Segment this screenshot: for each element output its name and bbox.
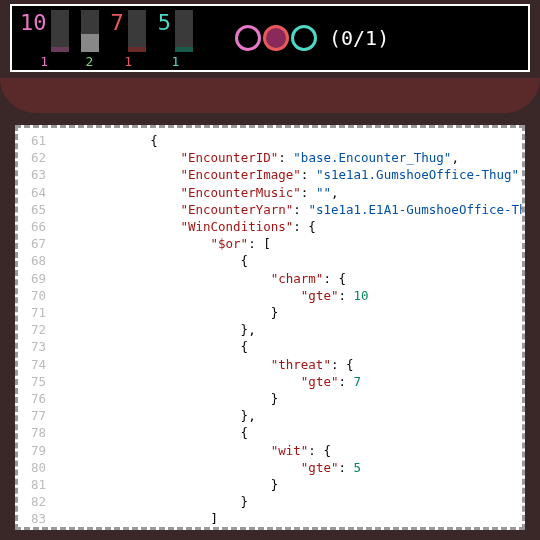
line-number: 64 (18, 184, 60, 201)
stat-bar (175, 10, 193, 52)
line-number: 70 (18, 287, 60, 304)
stat-3: 51 (158, 8, 193, 69)
code-line: 68 { (18, 252, 522, 269)
token-group: (0/1) (235, 25, 389, 51)
code-line: 79 "wit": { (18, 442, 522, 459)
code-line: 83 ] (18, 510, 522, 527)
code-line: 63 "EncounterImage": "s1e1a1.GumshoeOffi… (18, 166, 522, 183)
token-1 (263, 25, 289, 51)
line-number: 68 (18, 252, 60, 269)
background-stripe (0, 78, 540, 113)
line-number: 79 (18, 442, 60, 459)
line-number: 71 (18, 304, 60, 321)
stat-value: 10 (20, 8, 47, 34)
code-line: 71 } (18, 304, 522, 321)
line-number: 69 (18, 270, 60, 287)
line-number: 72 (18, 321, 60, 338)
line-number: 65 (18, 201, 60, 218)
hud-bar: 10127151 (0/1) (10, 4, 530, 72)
code-line: 78 { (18, 424, 522, 441)
code-line: 65 "EncounterYarn": "s1e1a1.E1A1-Gumshoe… (18, 201, 522, 218)
stat-1: 2 (81, 8, 99, 69)
line-number: 62 (18, 149, 60, 166)
line-number: 82 (18, 493, 60, 510)
code-line: 80 "gte": 5 (18, 459, 522, 476)
code-line: 82 } (18, 493, 522, 510)
line-number: 75 (18, 373, 60, 390)
code-line: 81 } (18, 476, 522, 493)
code-line: 75 "gte": 7 (18, 373, 522, 390)
stat-2: 71 (111, 8, 146, 69)
code-line: 67 "$or": [ (18, 235, 522, 252)
stat-0: 101 (20, 8, 69, 69)
line-number: 66 (18, 218, 60, 235)
stat-label: 1 (124, 54, 132, 69)
token-0 (235, 25, 261, 51)
line-number: 73 (18, 338, 60, 355)
code-line: 62 "EncounterID": "base.Encounter_Thug", (18, 149, 522, 166)
code-line: 76 } (18, 390, 522, 407)
line-number: 63 (18, 166, 60, 183)
code-line: 73 { (18, 338, 522, 355)
stat-label: 2 (86, 54, 94, 69)
line-number: 84 (18, 528, 60, 530)
code-line: 77 }, (18, 407, 522, 424)
token-2 (291, 25, 317, 51)
code-line: 69 "charm": { (18, 270, 522, 287)
line-number: 80 (18, 459, 60, 476)
stat-value: 5 (158, 8, 171, 34)
stat-bar (128, 10, 146, 52)
stat-bar (81, 10, 99, 52)
code-line: 64 "EncounterMusic": "", (18, 184, 522, 201)
stat-value: 7 (111, 8, 124, 34)
line-number: 83 (18, 510, 60, 527)
line-number: 81 (18, 476, 60, 493)
line-number: 78 (18, 424, 60, 441)
line-number: 77 (18, 407, 60, 424)
code-line: 74 "threat": { (18, 356, 522, 373)
code-panel[interactable]: 61 {62 "EncounterID": "base.Encounter_Th… (15, 125, 525, 530)
line-number: 67 (18, 235, 60, 252)
line-number: 61 (18, 132, 60, 149)
code-line: 66 "WinConditions": { (18, 218, 522, 235)
token-count: (0/1) (329, 26, 389, 50)
stat-label: 1 (171, 54, 179, 69)
line-number: 74 (18, 356, 60, 373)
line-number: 76 (18, 390, 60, 407)
code-line: 70 "gte": 10 (18, 287, 522, 304)
code-line: 61 { (18, 132, 522, 149)
code-line: 84 } (18, 528, 522, 530)
stat-label: 1 (40, 54, 48, 69)
code-line: 72 }, (18, 321, 522, 338)
stat-bar (51, 10, 69, 52)
